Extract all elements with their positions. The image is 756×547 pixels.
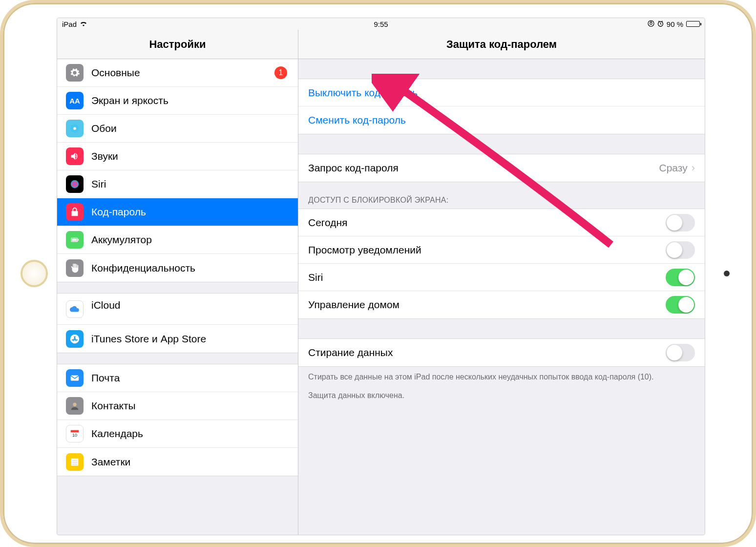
sidebar-item-privacy[interactable]: Конфиденциальность — [57, 254, 298, 282]
toggle-row-1: Просмотр уведомлений — [298, 236, 705, 264]
sidebar-list[interactable]: Основные1AAЭкран и яркостьОбоиЗвукиSiriК… — [57, 59, 298, 535]
carrier-label: iPad — [62, 20, 77, 28]
toggle-switch[interactable] — [666, 269, 695, 286]
battery-pct: 90 % — [667, 20, 683, 28]
detail-title: Защита код-паролем — [298, 30, 705, 59]
erase-data-row: Стирание данных — [298, 339, 705, 366]
gear-icon — [66, 64, 84, 82]
sidebar-item-label: Код-пароль — [91, 206, 289, 218]
toggle-label: Просмотр уведомлений — [308, 244, 666, 256]
turn-off-passcode-label: Выключить код-пароль — [308, 87, 418, 99]
sidebar-item-calendar[interactable]: 10Календарь — [57, 420, 298, 448]
lock-access-header: ДОСТУП С БЛОКИРОВКОЙ ЭКРАНА: — [298, 182, 705, 209]
svg-point-7 — [71, 125, 74, 127]
sidebar-item-notes[interactable]: Заметки — [57, 448, 298, 476]
change-passcode-label: Сменить код-пароль — [308, 114, 406, 126]
sidebar-item-contacts[interactable]: Контакты — [57, 392, 298, 420]
change-passcode-row[interactable]: Сменить код-пароль — [298, 106, 705, 134]
cloud-icon — [66, 300, 84, 318]
sidebar-item-label: Почта — [91, 372, 289, 384]
passcode-actions-group: Выключить код-пароль Сменить код-пароль — [298, 79, 705, 134]
sidebar-item-label: Экран и яркость — [91, 95, 289, 106]
erase-data-group: Стирание данных — [298, 338, 705, 367]
toggle-switch[interactable] — [666, 214, 695, 231]
toggle-switch[interactable] — [666, 241, 695, 259]
require-passcode-label: Запрос код-пароля — [308, 162, 659, 174]
sidebar-item-battery[interactable]: Аккумулятор — [57, 226, 298, 254]
wifi-icon — [80, 20, 87, 28]
sidebar-item-label: iTunes Store и App Store — [91, 333, 289, 345]
sidebar-item-display[interactable]: AAЭкран и яркость — [57, 87, 298, 115]
orientation-lock-icon — [648, 20, 654, 28]
erase-data-label: Стирание данных — [308, 347, 666, 358]
lock-icon — [66, 203, 84, 221]
detail-pane: Защита код-паролем Выключить код-пароль … — [298, 30, 705, 535]
svg-point-2 — [73, 127, 76, 130]
appstore-icon — [66, 330, 84, 348]
hand-icon — [66, 259, 84, 277]
svg-point-9 — [71, 129, 74, 132]
sidebar-item-siri[interactable]: Siri — [57, 170, 298, 198]
toggle-switch[interactable] — [666, 296, 695, 314]
require-passcode-group: Запрос код-пароля Сразу › — [298, 154, 705, 182]
battery-icon — [686, 21, 700, 27]
ipad-frame: iPad 9:55 90 % Настройки Основные1A — [0, 0, 756, 547]
svg-rect-14 — [72, 239, 77, 241]
sidebar-item-icloud[interactable]: iCloud — [57, 294, 298, 325]
sidebar-title: Настройки — [57, 30, 298, 59]
toggle-label: Siri — [308, 272, 666, 283]
toggle-label: Сегодня — [308, 217, 666, 229]
sidebar-item-label: Календарь — [91, 428, 289, 440]
toggle-row-3: Управление домом — [298, 291, 705, 318]
battery-icon — [66, 231, 84, 249]
erase-footer: Стирать все данные на этом iPad после не… — [298, 367, 705, 387]
lock-access-group: СегодняПросмотр уведомленийSiriУправлени… — [298, 209, 705, 319]
svg-point-10 — [76, 129, 79, 132]
svg-point-11 — [71, 180, 79, 189]
svg-rect-19 — [71, 430, 79, 433]
calendar-icon: 10 — [66, 425, 84, 442]
svg-rect-13 — [78, 239, 79, 241]
alarm-icon — [657, 20, 664, 28]
require-passcode-row[interactable]: Запрос код-пароля Сразу › — [298, 154, 705, 182]
protection-footer: Защита данных включена. — [298, 387, 705, 406]
sidebar-item-label: iCloud — [91, 299, 289, 311]
home-button[interactable] — [21, 260, 48, 287]
speaker-icon — [66, 147, 84, 165]
notes-icon — [66, 453, 84, 471]
erase-data-switch[interactable] — [666, 344, 695, 361]
sidebar-item-mail[interactable]: Почта — [57, 364, 298, 392]
AA-icon: AA — [66, 92, 84, 109]
sidebar-item-wallpaper[interactable]: Обои — [57, 115, 298, 143]
svg-point-15 — [70, 334, 79, 343]
toggle-row-0: Сегодня — [298, 209, 705, 236]
sidebar-item-label: Контакты — [91, 400, 289, 412]
clock: 9:55 — [374, 20, 388, 28]
sidebar-item-general[interactable]: Основные1 — [57, 59, 298, 87]
sidebar-item-label: Аккумулятор — [91, 234, 289, 246]
require-passcode-value: Сразу — [659, 162, 687, 174]
sidebar-item-sounds[interactable]: Звуки — [57, 143, 298, 170]
contacts-icon — [66, 397, 84, 415]
toggle-row-2: Siri — [298, 264, 705, 291]
sidebar-item-label: Конфиденциальность — [91, 262, 289, 274]
sidebar-item-label: Заметки — [91, 456, 289, 468]
sidebar-item-itunes[interactable]: iTunes Store и App Store — [57, 325, 298, 353]
sidebar: Настройки Основные1AAЭкран и яркостьОбои… — [57, 30, 298, 535]
sidebar-item-passcode[interactable]: Код-пароль — [57, 198, 298, 226]
turn-off-passcode-row[interactable]: Выключить код-пароль — [298, 79, 705, 106]
sidebar-item-label: Звуки — [91, 150, 289, 162]
front-camera — [724, 271, 730, 276]
svg-text:10: 10 — [72, 433, 77, 438]
svg-point-8 — [76, 125, 79, 127]
sidebar-item-label: Обои — [91, 123, 289, 134]
svg-rect-16 — [71, 376, 79, 381]
siri-icon — [66, 175, 84, 193]
svg-rect-21 — [71, 458, 79, 465]
flower-icon — [66, 120, 84, 137]
sidebar-item-label: Основные — [91, 67, 274, 79]
sidebar-item-label: Siri — [91, 178, 289, 190]
status-bar: iPad 9:55 90 % — [57, 18, 705, 30]
toggle-label: Управление домом — [308, 299, 666, 311]
screen: iPad 9:55 90 % Настройки Основные1A — [57, 18, 705, 535]
